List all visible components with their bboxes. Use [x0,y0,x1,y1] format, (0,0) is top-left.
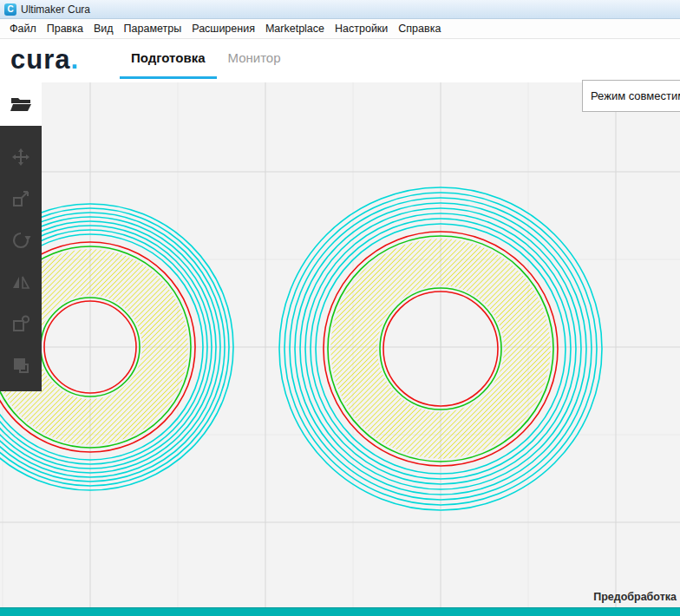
open-file-button[interactable] [0,82,42,126]
tab-prepare[interactable]: Подготовка [120,39,217,79]
menu-bar: Файл Правка Вид Параметры Расширения Mar… [0,19,680,39]
left-toolbar [0,82,42,391]
menu-item-file[interactable]: Файл [4,21,42,36]
slicing-progress-bar [0,607,680,616]
per-model-settings-button[interactable] [0,303,42,344]
rotate-icon [10,230,31,251]
cura-logo: cura. [10,44,79,75]
window-title: Ultimaker Cura [21,3,90,16]
sliced-model-right[interactable] [279,187,602,510]
scale-icon [10,188,31,209]
menu-item-settings[interactable]: Параметры [119,21,187,36]
stage-tabs: Подготовка Монитор [120,39,292,79]
support-blocker-icon [10,355,31,376]
title-bar: C Ultimaker Cura [0,0,680,19]
viewport-3d[interactable] [0,82,680,607]
compatibility-mode-label: Режим совместим [591,89,680,102]
menu-item-edit[interactable]: Правка [42,21,88,36]
cura-logo-dot: . [70,44,79,75]
app-icon: C [4,3,16,16]
tab-monitor-label: Монитор [228,50,281,65]
app-window: C Ultimaker Cura Файл Правка Вид Парамет… [0,0,680,616]
slicing-status-text: Предобработка [593,591,677,603]
per-model-settings-icon [10,313,31,334]
rotate-tool-button[interactable] [0,220,42,261]
main-header: cura. Подготовка Монитор [0,39,680,82]
model-tools [0,136,42,386]
tab-monitor[interactable]: Монитор [217,39,292,79]
support-blocker-button[interactable] [0,344,42,386]
move-tool-button[interactable] [0,136,42,178]
scale-tool-button[interactable] [0,178,42,220]
menu-item-help[interactable]: Справка [393,21,446,36]
mirror-tool-button[interactable] [0,261,42,303]
menu-item-preferences[interactable]: Настройки [330,21,393,36]
menu-item-view[interactable]: Вид [88,21,119,36]
infill-right [330,239,551,459]
tab-prepare-label: Подготовка [131,50,206,65]
move-icon [10,147,31,167]
compatibility-mode-dropdown[interactable]: Режим совместим [582,80,680,112]
menu-item-extensions[interactable]: Расширения [186,21,260,36]
mirror-icon [10,272,31,292]
cura-logo-text: cura [10,44,70,75]
build-plate-scene [0,82,680,607]
menu-item-marketplace[interactable]: Marketplace [260,21,330,36]
open-file-icon [10,93,32,114]
